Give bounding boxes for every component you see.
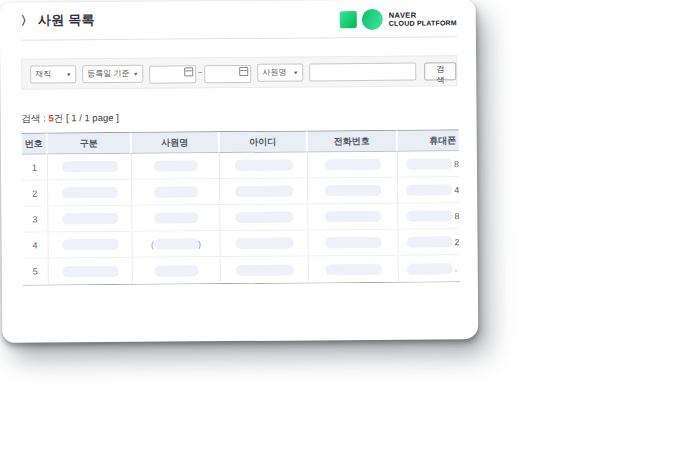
employee-name-cell bbox=[132, 153, 220, 179]
redacted-pill bbox=[406, 184, 452, 195]
redacted-pill bbox=[62, 187, 118, 198]
column-header-2: 사원명 bbox=[132, 132, 220, 153]
result-summary: 검색 : 5건 [ 1 / 1 page ] bbox=[22, 109, 458, 125]
mobile-partial-digit: 2 bbox=[455, 237, 460, 247]
date-type-select[interactable]: 등록일 기준 ▼ bbox=[82, 64, 143, 82]
redacted-pill bbox=[406, 210, 452, 221]
redacted-pill bbox=[325, 185, 381, 196]
card-header: 〉 사원 목록 NAVER CLOUD PLATFORM bbox=[21, 8, 457, 38]
calendar-icon[interactable] bbox=[240, 67, 249, 76]
redacted-pill bbox=[154, 265, 198, 276]
employee-list-card: 〉 사원 목록 NAVER CLOUD PLATFORM 재직 ▼ 등록일 기준… bbox=[0, 0, 478, 343]
redacted-pill bbox=[61, 161, 117, 172]
logo-circle-icon bbox=[362, 9, 383, 30]
date-from-field bbox=[149, 63, 196, 84]
redacted-pill bbox=[325, 263, 381, 274]
chevron-down-icon: ▼ bbox=[293, 69, 299, 75]
category-cell bbox=[48, 180, 132, 206]
category-cell bbox=[48, 206, 132, 232]
column-header-3: 아이디 bbox=[220, 131, 308, 152]
column-header-1: 구분 bbox=[48, 133, 132, 154]
keyword-type-select[interactable]: 사원명 ▼ bbox=[258, 63, 304, 81]
employee-name-cell bbox=[132, 179, 220, 205]
redacted-pill bbox=[324, 159, 380, 170]
chevron-down-icon: ▼ bbox=[66, 71, 72, 77]
user-id-cell bbox=[221, 256, 309, 283]
date-to-field bbox=[205, 62, 252, 83]
result-suffix: 건 [ 1 / 1 page ] bbox=[54, 112, 119, 124]
mobile-cell: 2 bbox=[398, 229, 459, 255]
phone-cell bbox=[308, 204, 398, 230]
redacted-pill bbox=[325, 237, 381, 248]
redacted-pill bbox=[235, 212, 293, 223]
redacted-pill bbox=[325, 211, 381, 222]
date-range-separator: ~ bbox=[198, 68, 203, 77]
paren-close: ) bbox=[198, 239, 201, 249]
table-row: 38 bbox=[22, 203, 460, 233]
category-cell bbox=[49, 258, 133, 285]
phone-cell bbox=[308, 152, 398, 178]
employee-table: 번호구분사원명아이디전화번호휴대폰 1824384()25. bbox=[22, 129, 460, 285]
user-id-cell bbox=[220, 152, 308, 178]
status-select[interactable]: 재직 ▼ bbox=[30, 65, 76, 83]
redacted-pill bbox=[234, 160, 292, 171]
page-canvas: 〉 사원 목록 NAVER CLOUD PLATFORM 재직 ▼ 등록일 기준… bbox=[0, 0, 686, 465]
mobile-cell: 8 bbox=[398, 151, 460, 177]
filter-bar: 재직 ▼ 등록일 기준 ▼ ~ 사원명 ▼ 검색 bbox=[21, 55, 457, 89]
mobile-partial-digit: 8 bbox=[454, 159, 459, 169]
mobile-partial-digit: 4 bbox=[454, 185, 459, 195]
keyword-type-select-value: 사원명 bbox=[263, 67, 287, 78]
table-row: 24 bbox=[22, 177, 460, 207]
mobile-cell: 8 bbox=[398, 203, 460, 229]
user-id-cell bbox=[220, 204, 308, 230]
mobile-partial-digit: . bbox=[455, 263, 458, 273]
row-number-cell: 1 bbox=[22, 155, 48, 180]
row-number-cell: 5 bbox=[23, 258, 49, 284]
page-title-text: 사원 목록 bbox=[38, 11, 95, 29]
date-type-select-value: 등록일 기준 bbox=[87, 68, 129, 79]
redacted-pill bbox=[62, 213, 118, 224]
employee-name-cell bbox=[132, 205, 220, 231]
search-button[interactable]: 검색 bbox=[425, 62, 457, 80]
redacted-pill bbox=[62, 265, 118, 276]
redacted-pill bbox=[406, 158, 452, 169]
status-select-value: 재직 bbox=[35, 68, 51, 79]
calendar-icon[interactable] bbox=[184, 68, 193, 77]
mobile-cell: 4 bbox=[398, 177, 460, 203]
naver-cloud-platform-logo: NAVER CLOUD PLATFORM bbox=[340, 8, 457, 30]
mobile-cell: . bbox=[399, 255, 460, 282]
user-id-cell bbox=[220, 178, 308, 204]
phone-cell bbox=[309, 256, 399, 283]
redacted-pill bbox=[62, 239, 118, 250]
table-row: 4()2 bbox=[22, 229, 459, 259]
category-cell bbox=[48, 232, 132, 258]
logo-wordmark: NAVER CLOUD PLATFORM bbox=[389, 11, 457, 28]
column-header-4: 전화번호 bbox=[308, 131, 398, 152]
row-number-cell: 2 bbox=[22, 180, 48, 205]
table-row: 5. bbox=[23, 255, 460, 285]
redacted-pill bbox=[407, 236, 453, 247]
title-chevron-icon: 〉 bbox=[21, 12, 33, 29]
table-body: 1824384()25. bbox=[22, 151, 460, 286]
column-header-0: 번호 bbox=[22, 134, 48, 154]
category-cell bbox=[48, 154, 132, 180]
redacted-pill bbox=[154, 186, 198, 197]
employee-name-cell bbox=[133, 257, 221, 284]
redacted-pill bbox=[235, 238, 293, 249]
mobile-partial-digit: 8 bbox=[454, 211, 459, 221]
redacted-pill bbox=[407, 263, 453, 274]
row-number-cell: 4 bbox=[22, 232, 48, 257]
row-number-cell: 3 bbox=[22, 206, 48, 231]
column-header-5: 휴대폰 bbox=[398, 130, 460, 151]
phone-cell bbox=[308, 178, 398, 204]
result-prefix: 검색 : bbox=[22, 112, 49, 123]
page-title: 〉 사원 목록 bbox=[21, 11, 95, 30]
logo-line2: CLOUD PLATFORM bbox=[389, 19, 457, 28]
user-id-cell bbox=[220, 230, 308, 256]
redacted-pill bbox=[235, 264, 293, 275]
employee-name-cell: () bbox=[132, 231, 220, 257]
redacted-pill bbox=[235, 186, 293, 197]
redacted-pill bbox=[154, 212, 198, 223]
keyword-input[interactable] bbox=[310, 62, 417, 81]
table-row: 18 bbox=[22, 151, 460, 181]
